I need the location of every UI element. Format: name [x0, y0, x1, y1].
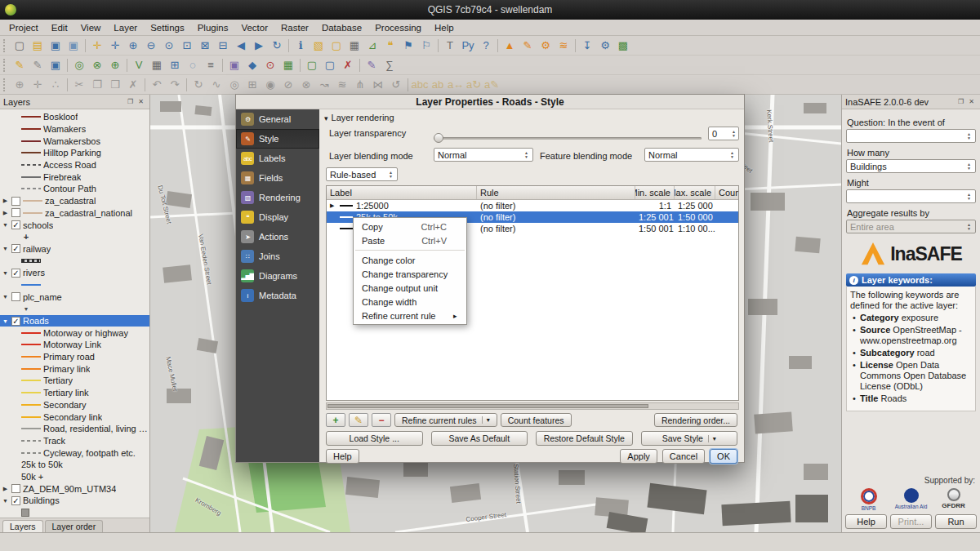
osm-download-icon[interactable]: ↧ — [578, 38, 596, 54]
menu-item[interactable]: Database — [316, 21, 368, 34]
raster-calculator-icon[interactable]: ▦ — [279, 57, 297, 73]
reshape-features-icon[interactable]: ↝ — [315, 77, 333, 93]
save-project-icon[interactable]: ▣ — [47, 38, 65, 54]
horizontal-scrollbar[interactable] — [326, 402, 739, 410]
pan-to-selection-icon[interactable]: ✛ — [106, 38, 124, 54]
dialog-sidebar-item[interactable]: ▦ Fields — [236, 168, 319, 188]
context-menu-item[interactable]: Paste Ctrl+V — [354, 233, 466, 247]
column-header-min-scale[interactable]: Min. scale — [635, 186, 675, 199]
add-wms-layer-icon[interactable]: ◌ — [184, 57, 202, 73]
simplify-feature-icon[interactable]: ∿ — [207, 77, 225, 93]
menu-item[interactable]: Processing — [369, 21, 427, 34]
toggle-editing-icon[interactable]: ✎ — [29, 57, 47, 73]
change-label-icon[interactable]: a✎ — [483, 77, 501, 93]
geoprocessing-clip-icon[interactable]: ⊗ — [88, 57, 106, 73]
layer-item[interactable]: Secondary — [0, 399, 149, 411]
layer-item[interactable] — [0, 507, 149, 518]
expand-arrow-icon[interactable] — [2, 318, 9, 324]
layer-item[interactable]: Wamakers — [0, 123, 149, 136]
context-menu-item[interactable]: Refine current rule ▸ — [354, 309, 466, 322]
aggregation-combo[interactable]: Entire area — [846, 220, 976, 233]
pin-labels-icon[interactable]: ab — [429, 77, 447, 93]
geoprocessing-buffer-icon[interactable]: ◎ — [70, 57, 88, 73]
slider-handle[interactable] — [434, 133, 443, 143]
layer-item[interactable]: Cycleway, footpath etc. — [0, 447, 149, 459]
identify-features-icon[interactable]: ℹ — [292, 38, 310, 54]
layer-item[interactable]: Access Road — [0, 159, 149, 171]
cancel-button[interactable]: Cancel — [662, 449, 705, 464]
rotate-feature-icon[interactable]: ↻ — [189, 77, 207, 93]
add-vector-layer-icon[interactable]: V — [130, 57, 148, 73]
toolbar-grip[interactable] — [3, 59, 8, 72]
layer-item[interactable]: Track — [0, 435, 149, 447]
menu-item[interactable]: Project — [3, 21, 44, 34]
layer-item[interactable]: Roads — [0, 315, 149, 327]
inasafe-help-button[interactable]: Help — [845, 514, 887, 529]
pan-map-icon[interactable]: ✛ — [88, 38, 106, 54]
python-console-icon[interactable]: Py — [459, 38, 477, 54]
feature-blending-combo[interactable]: Normal — [644, 148, 739, 162]
deselect-all-icon[interactable]: ▢ — [327, 38, 345, 54]
layer-item[interactable]: Wamakersbos — [0, 135, 149, 147]
context-menu-item[interactable]: Change width — [354, 295, 466, 309]
menu-item[interactable]: Edit — [46, 21, 74, 34]
layer-item[interactable]: ZA_DEM_90m_UTM34 — [0, 482, 149, 495]
menu-item[interactable]: Plugins — [192, 21, 234, 34]
float-panel-icon[interactable] — [956, 96, 966, 107]
menu-item[interactable]: Raster — [275, 21, 314, 34]
split-features-icon[interactable]: ⋔ — [351, 77, 369, 93]
dialog-sidebar-item[interactable]: ✎ Style — [236, 129, 319, 149]
dialog-sidebar-item[interactable]: ⚙ General — [236, 109, 319, 129]
cut-features-icon[interactable]: ✂ — [70, 77, 88, 93]
column-header-rule[interactable]: Rule — [477, 186, 635, 199]
save-project-as-icon[interactable]: ▣ — [65, 38, 82, 54]
layer-visibility-checkbox[interactable] — [11, 317, 20, 326]
zoom-last-icon[interactable]: ◀ — [232, 38, 250, 54]
rendering-order-button[interactable]: Rendering order... — [654, 413, 737, 427]
add-rule-button[interactable] — [326, 413, 345, 427]
layer-item[interactable] — [0, 279, 149, 291]
transparency-spinbox[interactable]: 0 — [708, 127, 739, 140]
menu-item[interactable]: Settings — [145, 21, 190, 34]
layer-visibility-checkbox[interactable] — [11, 220, 20, 229]
db-manager-icon[interactable]: ▣ — [225, 57, 243, 73]
close-panel-icon[interactable] — [966, 96, 977, 107]
zoom-out-icon[interactable]: ⊖ — [142, 38, 160, 54]
grass-tools-icon[interactable]: ▩ — [614, 38, 632, 54]
layer-item[interactable] — [0, 303, 149, 315]
save-style-button[interactable]: Save Style — [641, 431, 738, 446]
toolbar-grip[interactable] — [3, 78, 8, 91]
spinbox-arrows-icon[interactable] — [729, 130, 738, 138]
remove-layer-icon[interactable]: ✗ — [339, 57, 357, 73]
layer-visibility-checkbox[interactable] — [11, 496, 20, 505]
inasafe-print-button[interactable]: Print... — [890, 514, 932, 529]
close-panel-icon[interactable] — [136, 96, 146, 107]
context-menu-item[interactable] — [355, 250, 465, 251]
new-spatialite-icon[interactable]: ▢ — [321, 57, 339, 73]
layer-visibility-checkbox[interactable] — [11, 269, 20, 278]
context-menu-item[interactable]: Copy Ctrl+C — [354, 220, 466, 233]
layer-item[interactable]: Secondary link — [0, 411, 149, 423]
map-tips-icon[interactable]: ❝ — [381, 38, 399, 54]
toolbar-grip[interactable] — [3, 39, 8, 52]
restore-default-style-button[interactable]: Restore Default Style — [536, 431, 633, 446]
float-panel-icon[interactable] — [125, 96, 136, 107]
new-bookmark-icon[interactable]: ⚑ — [399, 38, 417, 54]
fill-ring-icon[interactable]: ◉ — [261, 77, 279, 93]
help-button[interactable]: Help — [326, 449, 359, 464]
layer-item[interactable]: railway — [0, 243, 149, 256]
layer-item[interactable]: Motorway or highway — [0, 327, 149, 339]
inasafe-run-button[interactable]: Run — [935, 514, 977, 529]
zoom-to-layer-icon[interactable]: ⊟ — [214, 38, 232, 54]
zoom-next-icon[interactable]: ▶ — [250, 38, 268, 54]
layer-visibility-checkbox[interactable] — [11, 484, 20, 493]
panel-tab[interactable]: Layer order — [45, 520, 104, 532]
dialog-sidebar-item[interactable]: i Metadata — [236, 286, 319, 305]
layer-item[interactable]: Boskloof — [0, 111, 149, 123]
layer-item[interactable]: 25k to 50k — [0, 459, 149, 471]
rotate-label-icon[interactable]: a↻ — [465, 77, 483, 93]
count-features-button[interactable]: Count features — [501, 413, 572, 427]
function-combo[interactable] — [846, 189, 976, 203]
expand-arrow-icon[interactable] — [2, 270, 9, 276]
menu-item[interactable]: Help — [429, 21, 460, 34]
